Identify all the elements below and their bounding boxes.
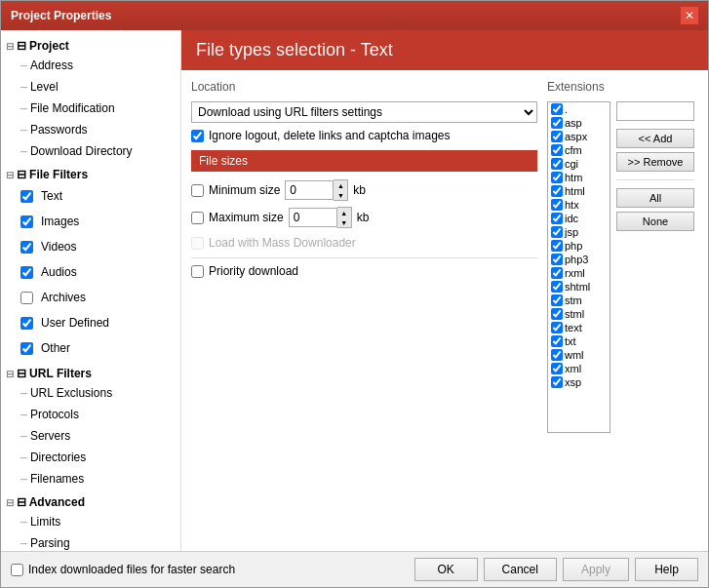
help-button[interactable]: Help xyxy=(635,558,698,581)
ext-label: aspx xyxy=(565,131,587,142)
max-size-down[interactable]: ▼ xyxy=(337,217,351,227)
ext-checkbox[interactable] xyxy=(551,199,563,211)
ext-item: cgi xyxy=(548,157,610,171)
images-checkbox[interactable] xyxy=(20,216,33,228)
ext-label: xsp xyxy=(565,376,581,388)
sidebar-item-other[interactable]: Other xyxy=(16,335,180,361)
ext-checkbox[interactable] xyxy=(551,117,563,129)
ext-checkbox[interactable] xyxy=(551,103,563,115)
ext-checkbox[interactable] xyxy=(551,158,563,170)
sidebar-item-download-directory[interactable]: Download Directory xyxy=(16,140,180,162)
ext-input[interactable] xyxy=(616,101,694,121)
none-button[interactable]: None xyxy=(616,212,694,231)
ext-checkbox[interactable] xyxy=(551,281,563,293)
ext-label: txt xyxy=(565,335,576,347)
ext-checkbox[interactable] xyxy=(551,240,563,252)
ext-checkbox[interactable] xyxy=(551,267,563,279)
min-size-input-wrap: ▲ ▼ xyxy=(285,179,348,201)
sidebar-item-filenames[interactable]: Filenames xyxy=(16,468,180,490)
sidebar-item-limits[interactable]: Limits xyxy=(16,511,180,532)
ext-item: htm xyxy=(548,171,610,184)
ext-label: asp xyxy=(565,117,582,129)
max-size-up[interactable]: ▲ xyxy=(337,208,351,217)
index-checkbox[interactable] xyxy=(11,564,23,576)
ext-label: shtml xyxy=(565,281,590,293)
sidebar-item-protocols[interactable]: Protocols xyxy=(16,404,180,425)
sidebar-item-archives[interactable]: Archives xyxy=(16,285,180,310)
ok-button[interactable]: OK xyxy=(414,558,478,581)
ext-label: cgi xyxy=(565,158,578,170)
max-size-row: Maximum size ▲ ▼ kb xyxy=(191,207,537,228)
ext-label: htx xyxy=(565,199,579,211)
ext-checkbox[interactable] xyxy=(551,144,563,156)
load-checkbox[interactable] xyxy=(191,237,204,250)
ext-checkbox[interactable] xyxy=(551,226,563,238)
tree-item-advanced[interactable]: ⊟ Advanced Limits Parsing Link Conversio… xyxy=(1,491,180,551)
tree-item-file-filters[interactable]: ⊟ File Filters Text Images Videos Audios xyxy=(1,164,180,363)
ext-checkbox[interactable] xyxy=(551,131,563,142)
ext-item: jsp xyxy=(548,225,610,239)
cancel-button[interactable]: Cancel xyxy=(484,558,557,581)
archives-checkbox[interactable] xyxy=(20,292,33,304)
sidebar-item-images[interactable]: Images xyxy=(16,209,180,234)
close-button[interactable]: ✕ xyxy=(681,7,698,24)
ext-checkbox[interactable] xyxy=(551,376,563,388)
videos-checkbox[interactable] xyxy=(20,241,33,254)
min-kb-label: kb xyxy=(353,183,366,197)
ext-checkbox[interactable] xyxy=(551,308,563,320)
sidebar-item-user-defined[interactable]: User Defined xyxy=(16,310,180,335)
tree-item-project[interactable]: ⊟ Project Address Level File Modificatio… xyxy=(1,35,180,164)
ext-checkbox[interactable] xyxy=(551,254,563,265)
other-checkbox[interactable] xyxy=(20,342,33,355)
ext-checkbox[interactable] xyxy=(551,213,563,224)
sidebar-item-text[interactable]: Text xyxy=(16,183,180,209)
apply-button[interactable]: Apply xyxy=(563,558,629,581)
ignore-checkbox[interactable] xyxy=(191,130,204,142)
min-size-input[interactable] xyxy=(285,180,334,200)
min-size-checkbox[interactable] xyxy=(191,184,204,197)
ext-checkbox[interactable] xyxy=(551,172,563,183)
load-label: Load with Mass Downloader xyxy=(209,236,356,250)
load-row: Load with Mass Downloader xyxy=(191,236,537,250)
location-dropdown[interactable]: Download using URL filters settings Down… xyxy=(191,101,537,123)
ext-checkbox[interactable] xyxy=(551,335,563,347)
footer-left: Index downloaded files for faster search xyxy=(11,563,235,576)
ext-item: asp xyxy=(548,116,610,130)
remove-button[interactable]: >> Remove xyxy=(616,152,694,172)
sidebar-item-parsing[interactable]: Parsing xyxy=(16,532,180,551)
text-checkbox[interactable] xyxy=(20,190,33,203)
sidebar-item-servers[interactable]: Servers xyxy=(16,425,180,447)
ext-label: xml xyxy=(565,363,581,374)
ext-label: cfm xyxy=(565,144,582,156)
ext-checkbox[interactable] xyxy=(551,185,563,197)
add-button[interactable]: << Add xyxy=(616,129,694,148)
sidebar-item-audios[interactable]: Audios xyxy=(16,259,180,285)
sidebar-item-file-modification[interactable]: File Modification xyxy=(16,98,180,119)
max-size-input[interactable] xyxy=(289,208,337,227)
ext-checkbox[interactable] xyxy=(551,363,563,374)
ext-label: php xyxy=(565,240,582,252)
ignore-checkbox-row: Ignore logout, delete links and captcha … xyxy=(191,129,537,142)
sidebar-item-url-exclusions[interactable]: URL Exclusions xyxy=(16,382,180,404)
all-button[interactable]: All xyxy=(616,188,694,208)
priority-label: Priority download xyxy=(209,264,298,278)
sidebar-item-address[interactable]: Address xyxy=(16,55,180,76)
ext-label: idc xyxy=(565,213,578,224)
ext-checkbox[interactable] xyxy=(551,349,563,361)
ext-item: txt xyxy=(548,334,610,348)
ext-item: aspx xyxy=(548,130,610,143)
user-defined-checkbox[interactable] xyxy=(20,317,33,330)
sidebar-item-passwords[interactable]: Passwords xyxy=(16,119,180,140)
ext-label: jsp xyxy=(565,226,578,238)
ext-checkbox[interactable] xyxy=(551,294,563,306)
sidebar-item-level[interactable]: Level xyxy=(16,76,180,98)
tree-item-url-filters[interactable]: ⊟ URL Filters URL Exclusions Protocols S… xyxy=(1,363,180,491)
priority-checkbox[interactable] xyxy=(191,265,204,278)
min-size-down[interactable]: ▼ xyxy=(334,190,347,200)
max-size-checkbox[interactable] xyxy=(191,212,204,224)
audios-checkbox[interactable] xyxy=(20,266,33,279)
ext-checkbox[interactable] xyxy=(551,322,563,333)
min-size-up[interactable]: ▲ xyxy=(334,180,347,190)
sidebar-item-videos[interactable]: Videos xyxy=(16,234,180,259)
sidebar-item-directories[interactable]: Directories xyxy=(16,447,180,468)
